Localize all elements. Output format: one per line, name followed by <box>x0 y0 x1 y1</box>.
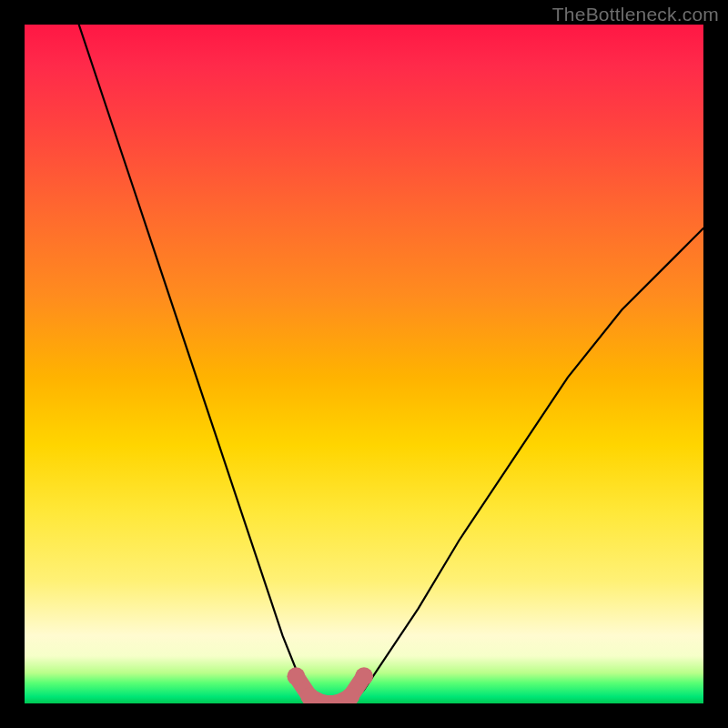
bottleneck-curve <box>79 25 703 703</box>
highlight-dot <box>287 667 305 685</box>
flat-minimum-highlight <box>287 667 373 703</box>
chart-frame: TheBottleneck.com <box>0 0 728 728</box>
highlight-dot <box>355 667 373 685</box>
curve-svg <box>25 25 703 703</box>
plot-area <box>25 25 703 703</box>
watermark-label: TheBottleneck.com <box>552 4 719 25</box>
